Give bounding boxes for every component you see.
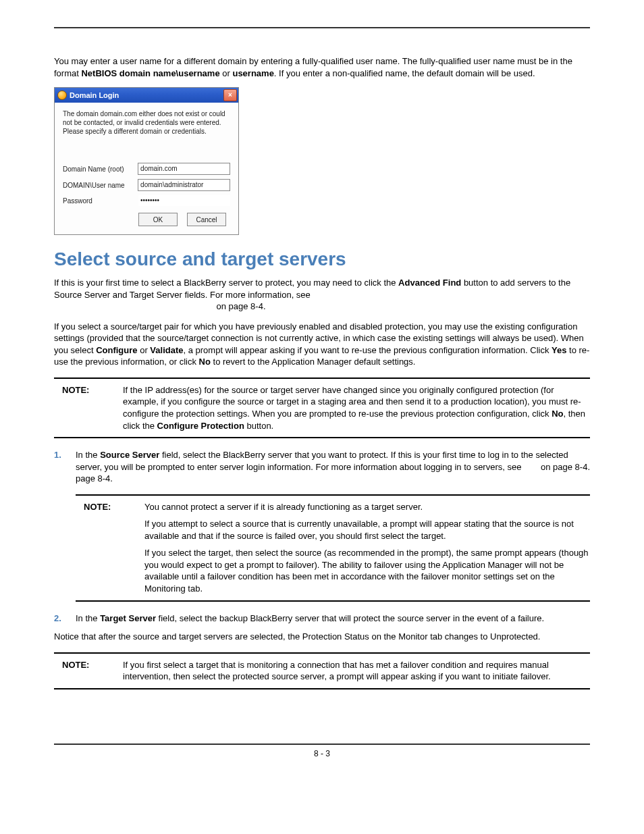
dialog-message: The domain domain.com either does not ex… [63,109,230,136]
username-field[interactable]: domain\administrator [138,179,230,191]
note-label: NOTE: [76,501,144,595]
domain-name-label: Domain Name (root) [63,165,138,173]
close-icon[interactable]: × [223,89,237,101]
note-failover: NOTE: If you first select a target that … [54,652,590,689]
paragraph-protection-status: Notice that after the source and target … [54,631,590,643]
step-number: 2. [54,613,76,625]
step-2: 2. In the Target Server field, select th… [54,613,590,625]
dialog-title: Domain Login [70,91,119,99]
top-rule [54,27,590,28]
domain-name-field[interactable]: domain.com [138,163,230,175]
paragraph-configure-validate: If you select a source/target pair for w… [54,321,590,368]
paragraph-advanced-find: If this is your first time to select a B… [54,277,590,313]
username-label: DOMAIN\User name [63,182,138,189]
note-target-server: NOTE: You cannot protect a server if it … [76,494,590,602]
step-1: 1. In the Source Server field, select th… [54,449,590,485]
section-heading: Select source and target servers [54,249,590,270]
password-field[interactable]: •••••••• [138,195,230,206]
step-number: 1. [54,449,76,485]
ok-button[interactable]: OK [138,213,178,226]
note-ip-change: NOTE: If the IP address(es) for the sour… [54,377,590,438]
dialog-app-icon [57,90,67,100]
intro-bold1: NetBIOS domain name\username [81,68,219,78]
footer-rule [54,744,590,745]
note-label: NOTE: [54,384,123,432]
intro-tail: . If you enter a non-qualified name, the… [274,68,535,78]
password-label: Password [63,197,138,205]
intro-paragraph: You may enter a user name for a differen… [54,55,590,79]
intro-or: or [220,68,233,78]
page-number: 8 - 3 [54,749,590,758]
intro-bold2: username [232,68,273,78]
note-label: NOTE: [54,659,123,683]
domain-login-dialog: Domain Login × The domain domain.com eit… [54,87,239,235]
cancel-button[interactable]: Cancel [187,213,226,226]
dialog-titlebar: Domain Login × [55,88,238,103]
